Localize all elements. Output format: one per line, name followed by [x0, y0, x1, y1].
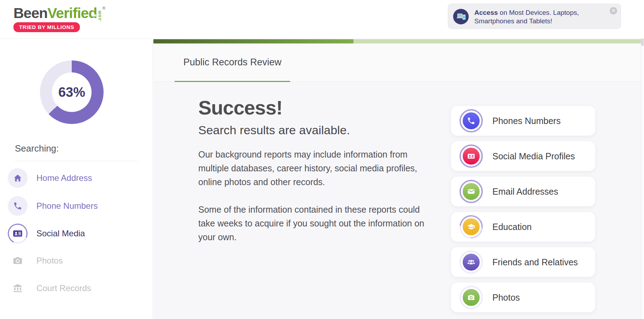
id-card-icon — [467, 152, 476, 161]
access-devices-banner: Access on Most Devices. Laptops, Smartph… — [448, 4, 621, 29]
divider — [15, 161, 138, 161]
tried-by-millions-badge: TRIED BY MILLIONS — [13, 22, 80, 32]
banner-text: Access on Most Devices. Laptops, Smartph… — [474, 8, 579, 25]
paragraph: Our background reports may include infor… — [198, 148, 428, 189]
logo-text-verified: Verified★ — [47, 5, 97, 21]
sidebar-item-home-address: Home Address — [8, 168, 146, 188]
logo-tld: .com — [97, 10, 102, 22]
card-label: Education — [492, 222, 532, 232]
logo-text-been: Been — [13, 5, 47, 21]
progress-bar-fill — [153, 39, 353, 43]
registered-mark: ® — [102, 6, 105, 11]
header: BeenVerified★.com® TRIED BY MILLIONS Acc… — [0, 0, 644, 39]
progress-bar-track — [153, 39, 641, 43]
content-area: Success! Search results are available. O… — [153, 82, 644, 319]
description-text: Our background reports may include infor… — [198, 148, 428, 244]
vertical-scrollbar[interactable] — [641, 0, 644, 319]
home-icon — [13, 173, 22, 183]
card-social-media-profiles: Social Media Profiles — [451, 141, 595, 171]
sidebar-item-label: Court Records — [36, 283, 91, 293]
envelope-icon — [467, 187, 475, 196]
paragraph: Some of the information contained in the… — [198, 203, 428, 244]
loading-spinner — [5, 221, 30, 246]
id-card-icon — [12, 228, 23, 239]
sidebar-item-label: Social Media — [36, 229, 85, 238]
card-label: Photos — [492, 293, 520, 303]
tab-label: Public Records Review — [183, 57, 282, 68]
card-education: Education — [451, 212, 595, 242]
star-icon: ★ — [93, 13, 97, 18]
camera-icon — [467, 293, 475, 302]
phone-icon — [13, 201, 22, 211]
card-email-addresses: Email Addresses — [451, 177, 595, 206]
card-label: Email Addresses — [492, 187, 558, 197]
graduation-cap-icon — [467, 222, 476, 231]
camera-icon — [12, 255, 23, 266]
courthouse-icon — [12, 283, 23, 294]
card-friends-and-relatives: Friends and Relatives — [451, 247, 595, 277]
sidebar-item-label: Home Address — [36, 173, 92, 183]
progress-percent: 63% — [58, 85, 85, 100]
page-title: Success! — [198, 96, 282, 119]
loading-spinner — [455, 211, 488, 243]
sidebar-item-label: Photos — [36, 256, 63, 266]
searching-heading: Searching: — [15, 143, 59, 154]
card-label: Phones Numbers — [492, 116, 561, 126]
card-label: Social Media Profiles — [492, 151, 575, 161]
card-label: Friends and Relatives — [492, 257, 578, 267]
devices-icon — [453, 9, 469, 24]
card-phones-numbers: Phones Numbers — [451, 106, 595, 136]
sidebar: 63% Searching: Home Address Phone Number… — [0, 39, 153, 319]
beenverified-logo[interactable]: BeenVerified★.com® TRIED BY MILLIONS — [13, 5, 105, 32]
main-panel: Public Records Review Success! Search re… — [153, 39, 644, 319]
tab-bar: Public Records Review — [153, 43, 644, 82]
card-photos: Photos — [451, 283, 595, 312]
people-icon — [467, 258, 476, 267]
sidebar-item-social-media: Social Media — [8, 224, 146, 243]
sidebar-item-court-records: Court Records — [8, 278, 146, 298]
tab-public-records-review[interactable]: Public Records Review — [175, 43, 290, 82]
result-cards: Phones Numbers Social — [451, 106, 595, 318]
close-icon[interactable]: ✕ — [610, 7, 617, 14]
sidebar-item-label: Phone Numbers — [36, 201, 98, 211]
sidebar-item-photos: Photos — [8, 251, 146, 271]
progress-donut-chart: 63% — [40, 60, 104, 124]
sidebar-item-phone-numbers: Phone Numbers — [8, 196, 146, 216]
phone-icon — [467, 117, 475, 125]
page-subtitle: Search results are available. — [198, 123, 350, 137]
